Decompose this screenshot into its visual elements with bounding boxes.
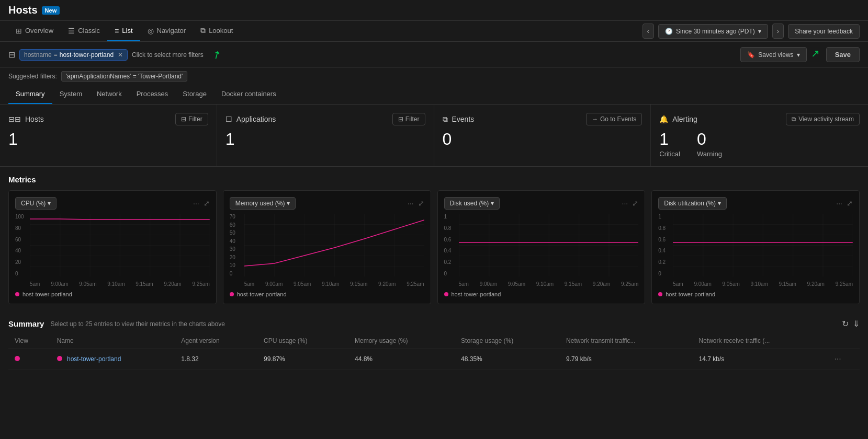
suggested-tag[interactable]: 'apmApplicationNames' = 'Tower-Portland' [61, 71, 188, 82]
cpu-chart-y-labels: 100 80 60 40 20 0 [15, 214, 30, 276]
cpu-chart-more-icon[interactable]: ··· [193, 199, 199, 207]
tab-nav-right: ‹ 🕐 Since 30 minutes ago (PDT) ▾ › Share… [642, 24, 860, 39]
arrow-annotation: ↗ [209, 47, 223, 62]
chevron-down-icon: ▾ [797, 51, 800, 59]
saved-views-label: Saved views [758, 51, 793, 59]
svg-rect-0 [30, 214, 210, 276]
section-tab-processes[interactable]: Processes [129, 85, 176, 104]
section-tab-summary[interactable]: Summary [8, 85, 52, 104]
view-activity-stream-button[interactable]: ⧉ View activity stream [786, 113, 860, 125]
tab-classic-label: Classic [78, 27, 100, 34]
nav-next-button[interactable]: › [772, 24, 784, 39]
time-range-label: Since 30 minutes ago (PDT) [676, 28, 755, 35]
disk-util-chart-title-button[interactable]: Disk utilization (%) ▾ [658, 197, 727, 210]
time-range-button[interactable]: 🕐 Since 30 minutes ago (PDT) ▾ [658, 24, 768, 39]
row-net-receive: 14.7 kb/s [693, 349, 828, 369]
col-net-transmit[interactable]: Network transmit traffic... [560, 333, 692, 349]
cpu-chart-title-button[interactable]: CPU (%) ▾ [15, 197, 57, 210]
filter-tag[interactable]: hostname = host-tower-portland ✕ [19, 49, 128, 61]
list-icon: ≡ [115, 27, 119, 35]
view-indicator-dot [15, 356, 20, 361]
section-tab-network-label: Network [97, 90, 122, 98]
summary-subtitle: Select up to 25 entries to view their me… [50, 320, 225, 328]
summary-refresh-button[interactable]: ↻ [842, 319, 849, 329]
col-view[interactable]: View [8, 333, 51, 349]
cpu-chart-plot [30, 214, 210, 276]
hosts-count: 1 [8, 130, 208, 149]
disk-util-chart-plot [673, 214, 853, 276]
disk-used-chart-more-icon[interactable]: ··· [622, 199, 628, 207]
disk-used-chart-header: Disk used (%) ▾ ··· ⤢ [444, 197, 639, 210]
disk-util-chart-header: Disk utilization (%) ▾ ··· ⤢ [658, 197, 853, 210]
filter-more-button[interactable]: Click to select more filters [132, 51, 204, 59]
saved-views-button[interactable]: 🔖 Saved views ▾ [740, 47, 806, 62]
section-tab-docker[interactable]: Docker containers [214, 85, 284, 104]
applications-count: 1 [226, 130, 425, 149]
events-panel-header: ⧉ Events → Go to Events [443, 113, 642, 125]
filter-bar: ⊟ hostname = host-tower-portland ✕ Click… [0, 42, 868, 68]
col-storage-usage[interactable]: Storage usage (%) [455, 333, 560, 349]
tab-navigator[interactable]: ◎ Navigator [140, 21, 194, 41]
section-tab-network[interactable]: Network [89, 85, 129, 104]
disk-util-chart-title-label: Disk utilization (%) [664, 200, 716, 207]
memory-legend-dot [230, 292, 234, 296]
critical-alert: 1 Critical [659, 130, 680, 158]
filter-remove-button[interactable]: ✕ [118, 51, 123, 59]
memory-chart-title-button[interactable]: Memory used (%) ▾ [230, 197, 296, 210]
disk-used-chart-plot [459, 214, 639, 276]
cpu-legend-dot [15, 292, 19, 296]
host-name-link[interactable]: host-tower-portland [67, 355, 121, 363]
table-row[interactable]: host-tower-portland 1.8.32 99.87% 44.8% … [8, 349, 860, 369]
memory-chart-svg [244, 214, 424, 276]
row-menu-icon[interactable]: ··· [834, 354, 841, 363]
summary-table-body: host-tower-portland 1.8.32 99.87% 44.8% … [8, 349, 860, 369]
disk-util-chart-svg [673, 214, 853, 276]
nav-prev-button[interactable]: ‹ [642, 24, 654, 39]
row-menu[interactable]: ··· [828, 349, 860, 369]
summary-section: Summary Select up to 25 entries to view … [0, 313, 868, 378]
section-tab-storage[interactable]: Storage [175, 85, 214, 104]
summary-download-button[interactable]: ⇓ [853, 319, 860, 329]
col-cpu-usage[interactable]: CPU usage (%) [257, 333, 348, 349]
tab-list-label: List [122, 27, 132, 34]
summary-actions: ↻ ⇓ [842, 319, 860, 329]
arrow-annotation-2: ↗ [811, 47, 820, 62]
tab-list[interactable]: ≡ List [107, 21, 140, 41]
arrow-right-icon: → [592, 115, 598, 123]
applications-filter-button[interactable]: ⊟ Filter [392, 113, 425, 125]
col-memory-usage[interactable]: Memory usage (%) [348, 333, 455, 349]
disk-util-chart-more-icon[interactable]: ··· [836, 199, 842, 207]
cpu-chart-legend: host-tower-portland [15, 291, 210, 297]
disk-used-chart-title-button[interactable]: Disk used (%) ▾ [444, 197, 500, 210]
hosts-panel-icon: ⊟⊟ [8, 115, 21, 123]
hosts-filter-button[interactable]: ⊟ Filter [175, 113, 208, 125]
tab-lookout[interactable]: ⧉ Lookout [193, 21, 240, 41]
col-agent-version[interactable]: Agent version [175, 333, 257, 349]
lookout-icon: ⧉ [200, 26, 206, 35]
navigator-icon: ◎ [148, 27, 154, 35]
go-to-events-button[interactable]: → Go to Events [586, 113, 642, 125]
section-tab-system[interactable]: System [52, 85, 89, 104]
cpu-chart-expand-icon[interactable]: ⤢ [204, 199, 210, 207]
memory-chart-body: 70 60 50 40 30 20 10 0 [230, 214, 424, 287]
disk-used-chart-expand-icon[interactable]: ⤢ [632, 199, 638, 207]
tab-overview[interactable]: ⊞ Overview [8, 21, 61, 41]
col-net-receive[interactable]: Network receive traffic (... [693, 333, 828, 349]
activity-icon: ⧉ [792, 115, 796, 123]
metrics-title: Metrics [8, 175, 860, 184]
memory-chart-more-icon[interactable]: ··· [408, 199, 414, 207]
disk-util-chart-expand-icon[interactable]: ⤢ [847, 199, 853, 207]
filter-value: host-tower-portland [60, 51, 114, 59]
filter-icon[interactable]: ⊟ [8, 50, 15, 60]
disk-util-chart-x-labels: 5am 9:00am 9:05am 9:10am 9:15am 9:20am 9… [673, 281, 853, 287]
events-icon: ⧉ [443, 115, 448, 124]
col-name[interactable]: Name [51, 333, 175, 349]
tab-classic[interactable]: ☰ Classic [61, 21, 107, 41]
save-button[interactable]: Save [826, 47, 860, 62]
memory-chart-expand-icon[interactable]: ⤢ [418, 199, 424, 207]
warning-alert: 0 Warning [697, 130, 722, 158]
svg-rect-3 [673, 214, 853, 276]
feedback-button[interactable]: Share your feedback [788, 24, 860, 39]
row-cpu-usage: 99.87% [257, 349, 348, 369]
svg-rect-1 [244, 214, 424, 276]
